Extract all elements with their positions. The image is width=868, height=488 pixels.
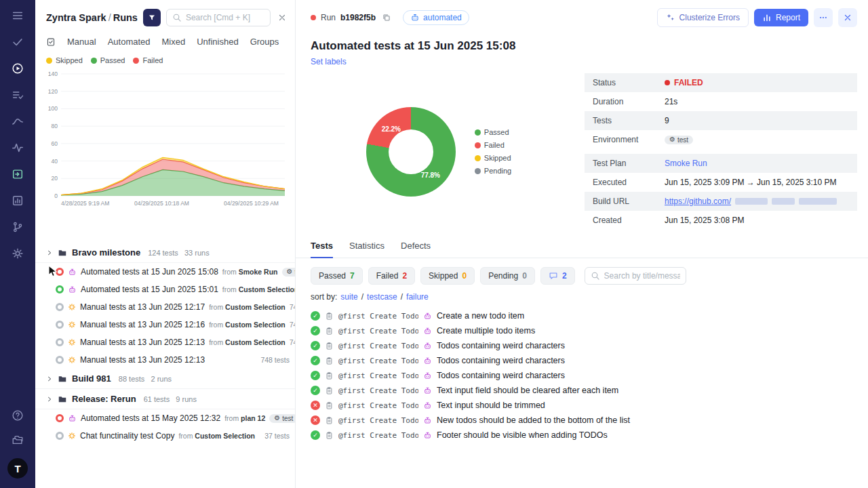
svg-text:4/28/2025 9:19 AM: 4/28/2025 9:19 AM xyxy=(61,200,109,207)
sort-by-testcase[interactable]: testcase xyxy=(367,292,397,302)
left-tab-mixed[interactable]: Mixed xyxy=(162,37,186,47)
left-tab-manual[interactable]: Manual xyxy=(67,37,96,47)
chevron-right-icon[interactable] xyxy=(46,375,53,382)
test-row[interactable]: ✓@first Create Todos…Create multiple tod… xyxy=(311,323,853,338)
run-row[interactable]: Automated tests at 15 Jun 2025 15:01from… xyxy=(35,281,295,298)
chevron-right-icon[interactable] xyxy=(46,249,53,256)
folder-row[interactable]: Build 98188 tests 2 runs xyxy=(35,369,295,389)
activity-icon[interactable] xyxy=(12,142,24,154)
svg-text:140: 140 xyxy=(48,70,58,77)
testcase-icon xyxy=(325,386,334,395)
run-from: from Custom Selection xyxy=(209,303,285,311)
tab-tests[interactable]: Tests xyxy=(311,241,333,258)
test-row[interactable]: ✓@first Create Todos…Todos containing we… xyxy=(311,368,853,383)
filter-chip-skipped[interactable]: Skipped0 xyxy=(420,267,475,285)
test-row[interactable]: ✓@first Create Todos…Todos containing we… xyxy=(311,338,853,353)
test-search[interactable] xyxy=(585,267,686,285)
trend-icon[interactable] xyxy=(12,115,24,127)
detail-row-created: CreatedJun 15, 2025 3:08 PM xyxy=(585,211,857,230)
set-labels-link[interactable]: Set labels xyxy=(311,57,347,66)
test-suite: @first Create Todos… xyxy=(338,386,418,395)
test-suite: @first Create Todos… xyxy=(338,416,418,425)
menu-icon[interactable] xyxy=(12,9,24,22)
test-row[interactable]: ✓@first Create Todos…Todos containing we… xyxy=(311,353,853,368)
testcase-icon xyxy=(325,416,334,425)
batch-select-icon[interactable] xyxy=(46,37,56,47)
runs-search[interactable] xyxy=(166,9,271,26)
branch-icon[interactable] xyxy=(12,221,24,233)
tab-statistics[interactable]: Statistics xyxy=(349,241,384,258)
svg-text:04/29/2025 10:29 AM: 04/29/2025 10:29 AM xyxy=(224,200,279,207)
run-row[interactable]: Automated tests at 15 May 2025 12:32from… xyxy=(35,409,295,427)
test-row[interactable]: ✕@first Create Todos…Text input should b… xyxy=(311,398,853,413)
filter-chip-pending[interactable]: Pending0 xyxy=(480,267,535,285)
test-row[interactable]: ✓@first Create Todos…Footer should be vi… xyxy=(311,428,853,443)
project-name[interactable]: Zyntra Spark xyxy=(46,12,106,23)
filter-button[interactable] xyxy=(143,9,161,26)
run-row-title: Chat functinality test Copy xyxy=(80,431,174,441)
run-row[interactable]: Manual tests at 13 Jun 2025 12:13748 tes… xyxy=(35,351,295,369)
test-plan-link[interactable]: Smoke Run xyxy=(665,159,707,168)
gear-icon: ⚙ xyxy=(287,268,293,275)
test-row[interactable]: ✓@first Create Todos…Create a new todo i… xyxy=(311,308,853,323)
runs-search-input[interactable] xyxy=(186,13,264,22)
folder-icon xyxy=(58,374,67,384)
filter-chip-comments[interactable]: 2 xyxy=(540,267,575,285)
chevron-right-icon[interactable] xyxy=(46,396,53,403)
legend-passed: Passed xyxy=(91,56,125,64)
run-row[interactable]: Chat functinality test Copyfrom Custom S… xyxy=(35,427,295,445)
run-details-table: StatusFAILEDDuration21sTests9Environment… xyxy=(585,73,857,230)
test-row[interactable]: ✓@first Create Todos…Text input field sh… xyxy=(311,383,853,398)
run-row-title: Manual tests at 13 Jun 2025 12:16 xyxy=(80,320,205,329)
clusterize-errors-button[interactable]: Clusterize Errors xyxy=(657,8,749,27)
svg-text:40: 40 xyxy=(52,158,58,165)
passed-check-icon: ✓ xyxy=(311,371,320,380)
collapse-panel-button[interactable] xyxy=(276,12,288,24)
import-icon[interactable] xyxy=(12,168,24,180)
test-suite: @first Create Todos… xyxy=(338,401,418,410)
left-tab-unfinished[interactable]: Unfinished xyxy=(197,37,238,47)
check-icon[interactable] xyxy=(12,36,24,48)
build-url-link[interactable]: https://github.com/ xyxy=(665,197,731,206)
run-row[interactable]: Automated tests at 15 Jun 2025 15:08from… xyxy=(35,263,295,281)
test-row[interactable]: ✕@first Create Todos…New todos should be… xyxy=(311,413,853,428)
copy-run-id-button[interactable] xyxy=(380,12,393,24)
breadcrumb: Zyntra Spark/Runs xyxy=(46,12,138,23)
left-tab-automated[interactable]: Automated xyxy=(108,37,151,47)
run-id: b1982f5b xyxy=(340,13,376,22)
run-row[interactable]: Manual tests at 13 Jun 2025 12:17from Cu… xyxy=(35,298,295,316)
donut-legend-pending: Pending xyxy=(475,167,511,175)
manual-icon xyxy=(68,321,76,329)
filter-chip-failed[interactable]: Failed2 xyxy=(368,267,415,285)
test-title: Create a new todo item xyxy=(437,311,524,321)
header-actions: Clusterize Errors Report xyxy=(657,8,857,27)
gear-icon[interactable] xyxy=(12,247,24,260)
sort-by-failure[interactable]: failure xyxy=(406,292,429,302)
help-icon[interactable] xyxy=(12,409,24,422)
test-title: New todos should be added to the bottom … xyxy=(437,415,630,425)
chart-icon[interactable] xyxy=(12,195,24,207)
run-row[interactable]: Manual tests at 13 Jun 2025 12:13from Cu… xyxy=(35,333,295,351)
detail-row-environment: Environment⚙test xyxy=(585,130,857,149)
left-tab-groups[interactable]: Groups xyxy=(250,37,279,47)
filter-chip-passed[interactable]: Passed7 xyxy=(311,267,363,285)
app-logo[interactable]: T xyxy=(7,458,28,479)
tab-defects[interactable]: Defects xyxy=(401,241,431,258)
results-donut-chart: 77.8%22.2% xyxy=(366,107,456,197)
automated-badge[interactable]: automated xyxy=(403,10,469,25)
sort-by-suite[interactable]: suite xyxy=(340,292,357,302)
report-button[interactable]: Report xyxy=(754,9,808,26)
play-icon[interactable] xyxy=(12,62,24,75)
comment-icon xyxy=(549,271,558,281)
close-run-button[interactable] xyxy=(838,8,857,27)
run-row[interactable]: Manual tests at 13 Jun 2025 12:16from Cu… xyxy=(35,316,295,333)
folder-row[interactable]: Release: Rerun61 tests 9 runs xyxy=(35,389,295,409)
list-check-icon[interactable] xyxy=(12,89,24,101)
folder-row[interactable]: Bravo milestone124 tests 33 runs xyxy=(35,243,295,263)
run-overview: 77.8%22.2% PassedFailedSkippedPending St… xyxy=(296,73,868,230)
test-title: Create multiple todo items xyxy=(437,326,535,336)
folders-icon[interactable] xyxy=(12,434,24,446)
more-options-button[interactable] xyxy=(814,8,833,27)
run-status-icon xyxy=(56,285,64,293)
test-search-input[interactable] xyxy=(604,271,680,281)
